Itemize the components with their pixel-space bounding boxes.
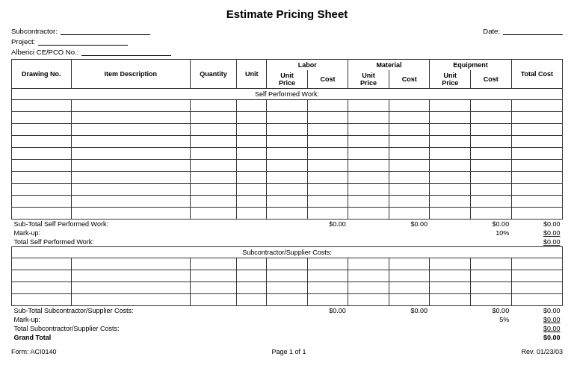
date-value [503, 26, 563, 35]
sub-markup-label: Mark-up: [12, 315, 308, 324]
self-performed-total: $0.00 [511, 220, 562, 229]
alberici-value [81, 47, 171, 56]
sub-subtotal-row: Sub-Total Subcontractor/Supplier Costs: … [12, 306, 563, 316]
subcontractor-value [61, 26, 150, 35]
self-performed-markup-pct: 10% [471, 228, 512, 237]
table-row [12, 136, 563, 148]
self-performed-subtotal-label: Sub-Total Self Performed Work: [12, 220, 308, 229]
col-equipment-unit-price: UnitPrice [430, 70, 471, 89]
col-drawing-no: Drawing No. [12, 60, 72, 89]
table-row [12, 148, 563, 160]
col-labor-unit-price: UnitPrice [267, 70, 308, 89]
sub-total-label: Total Subcontractor/Supplier Costs: [12, 324, 308, 333]
sub-markup-total: $0.00 [511, 315, 562, 324]
col-equipment-group: Equipment [430, 60, 511, 71]
header-fields: Subcontractor: Project: Alberici CE/PCO … [11, 26, 563, 56]
project-value [38, 37, 128, 46]
table-row [12, 282, 563, 294]
form-number: Form: ACI0140 [11, 348, 57, 355]
sub-equipment-cost: $0.00 [471, 306, 512, 316]
subcontractor-field: Subcontractor: [11, 26, 171, 35]
subcontractor-label: Subcontractor: [11, 27, 58, 35]
header-left: Subcontractor: Project: Alberici CE/PCO … [11, 26, 171, 56]
col-material-unit-price: UnitPrice [348, 70, 389, 89]
col-material-cost: Cost [389, 70, 430, 89]
sub-material-cost: $0.00 [389, 306, 430, 316]
date-field: Date: [483, 26, 563, 35]
table-row [12, 184, 563, 196]
header-right: Date: [483, 26, 563, 56]
table-row [12, 124, 563, 136]
project-field: Project: [11, 37, 171, 46]
revision: Rev. 01/23/03 [522, 348, 563, 355]
table-row [12, 196, 563, 208]
self-performed-header: Self Performed Work: [12, 89, 563, 100]
subcontractor-header: Subcontractor/Supplier Costs: [12, 247, 563, 258]
project-label: Project: [11, 37, 35, 46]
grand-total-val: $0.00 [511, 333, 562, 342]
alberici-label: Alberici CE/PCO No.: [11, 48, 78, 56]
col-labor-group: Labor [267, 60, 348, 71]
table-header-group: Drawing No. Item Description Quantity Un… [12, 60, 563, 71]
self-performed-total-row: Total Self Performed Work: $0.00 [12, 237, 563, 247]
table-row [12, 100, 563, 112]
self-performed-markup-total: $0.00 [511, 228, 562, 237]
sub-total-row: Total Subcontractor/Supplier Costs: $0.0… [12, 324, 563, 333]
col-total-cost: Total Cost [511, 60, 562, 89]
table-row [12, 208, 563, 220]
footer: Form: ACI0140 Page 1 of 1 Rev. 01/23/03 [11, 348, 563, 355]
sub-labor-cost: $0.00 [307, 306, 348, 316]
self-performed-labor-cost: $0.00 [307, 220, 348, 229]
grand-total-label: Grand Total [12, 333, 308, 342]
grand-total-row: Grand Total $0.00 [12, 333, 563, 342]
col-material-group: Material [348, 60, 430, 71]
subcontractor-label: Subcontractor/Supplier Costs: [12, 247, 563, 258]
self-performed-label: Self Performed Work: [12, 89, 563, 100]
sub-markup-pct: 5% [471, 315, 512, 324]
sub-subtotal-label: Sub-Total Subcontractor/Supplier Costs: [12, 306, 308, 316]
self-performed-subtotal-row: Sub-Total Self Performed Work: $0.00 $0.… [12, 220, 563, 229]
col-quantity: Quantity [190, 60, 237, 89]
self-performed-material-cost: $0.00 [389, 220, 430, 229]
col-item-desc: Item Description [71, 60, 190, 89]
self-performed-markup-row: Mark-up: 10% $0.00 [12, 228, 563, 237]
table-row [12, 258, 563, 270]
sub-total-cost: $0.00 [511, 306, 562, 316]
table-row [12, 172, 563, 184]
self-performed-markup-label: Mark-up: [12, 228, 308, 237]
date-label: Date: [483, 27, 500, 35]
col-labor-cost: Cost [307, 70, 348, 89]
col-equipment-cost: Cost [471, 70, 512, 89]
estimate-table: Drawing No. Item Description Quantity Un… [11, 59, 563, 342]
alberici-field: Alberici CE/PCO No.: [11, 47, 171, 56]
page-title: Estimate Pricing Sheet [11, 7, 563, 20]
sub-total-val: $0.00 [511, 324, 562, 333]
self-performed-total-val: $0.00 [511, 237, 562, 247]
self-performed-total-label: Total Self Performed Work: [12, 237, 308, 247]
table-row [12, 270, 563, 282]
col-unit: Unit [237, 60, 267, 89]
table-row [12, 160, 563, 172]
self-performed-equipment-cost: $0.00 [471, 220, 512, 229]
table-row [12, 294, 563, 306]
sub-markup-row: Mark-up: 5% $0.00 [12, 315, 563, 324]
table-row [12, 112, 563, 124]
page-number: Page 1 of 1 [272, 348, 306, 355]
